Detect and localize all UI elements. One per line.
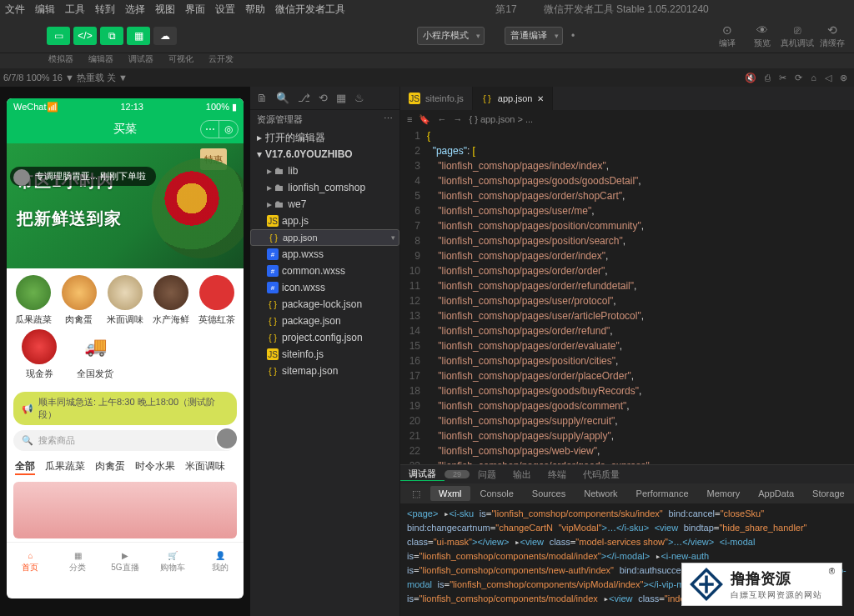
zoom-info[interactable]: 6/7/8 100% 16 ▼ 热重载 关 ▼ [3,72,128,84]
files-icon[interactable]: 🗎 [257,92,268,104]
device-icon[interactable]: ▭ [47,27,70,45]
tab-console[interactable]: Console [472,486,522,501]
tab-siteinfo[interactable]: JSsiteinfo.js [400,87,473,110]
cat-coupon[interactable]: 现金券 [22,329,57,380]
bookmark-icon[interactable]: 🔖 [419,114,430,125]
menu-view[interactable]: 视图 [155,3,175,17]
arrow-right-icon[interactable]: → [453,114,462,125]
debug-icon[interactable]: ⧉ [100,27,123,45]
cat-rice[interactable]: 米面调味 [103,275,146,326]
tab-home[interactable]: ⌂首页 [7,543,54,582]
file-sitemap-json[interactable]: { }sitemap.json [250,363,399,379]
ext-icon[interactable]: ▦ [336,92,346,104]
tab-network[interactable]: Network [575,486,625,501]
tab-meat[interactable]: 肉禽蛋 [95,459,125,475]
folder-lionfish[interactable]: ▸ 🖿 lionfish_comshop [250,179,399,196]
cat-veg[interactable]: 瓜果蔬菜 [12,275,54,326]
close-icon[interactable]: ⊗ [840,73,847,83]
tab-memory[interactable]: Memory [699,486,749,501]
product-card[interactable] [13,482,237,538]
clear-cache-button[interactable]: ⟲清缓存 [816,20,849,52]
file-app-js[interactable]: JSapp.js [250,213,399,229]
tab-all[interactable]: 全部 [15,459,35,475]
menu-settings[interactable]: 设置 [215,3,235,17]
menu-devtools[interactable]: 微信开发者工具 [275,3,345,17]
cat-tea[interactable]: 英德红茶 [196,275,239,326]
cat-seafood[interactable]: 水产海鲜 [150,275,193,326]
folder-we7[interactable]: ▸ 🖿 we7 [250,196,399,213]
service-avatar[interactable] [215,427,239,450]
menu-interface[interactable]: 界面 [185,3,205,17]
tab-rice[interactable]: 米面调味 [185,459,225,475]
print-icon[interactable]: ⎙ [765,73,771,83]
code-area[interactable]: 123456789101112131415161718192021222324 … [400,128,854,464]
menu-edit[interactable]: 编辑 [35,3,55,17]
tab-appjson[interactable]: { }app.json✕ [473,87,554,110]
more-icon[interactable]: ⋯ [201,121,219,138]
menu-tool[interactable]: 工具 [65,3,85,17]
home-icon[interactable]: ⌂ [811,73,816,83]
menu-goto[interactable]: 转到 [95,3,115,17]
mute-icon[interactable]: 🔇 [745,73,756,83]
cat-shipping[interactable]: 🚚全国发货 [77,329,113,380]
arrow-left-icon[interactable]: ← [437,114,446,125]
cloud-icon[interactable]: ☁ [153,27,177,45]
file-siteinfo-js[interactable]: JSsiteinfo.js [250,346,399,363]
preview-button[interactable]: 👁预览 [746,20,779,52]
tab-veg[interactable]: 瓜果蔬菜 [45,459,85,475]
target-icon[interactable]: ◎ [219,121,238,138]
tab-quality[interactable]: 代码质量 [575,468,628,481]
inspect-icon[interactable]: ⬚ [404,486,429,502]
list-icon[interactable]: ≡ [407,114,412,125]
notice-bar[interactable]: 📢顺丰同城急送: 上午8:30 晚上18:00（测试阶段） [13,392,237,425]
tab-cart[interactable]: 🛒购物车 [148,543,196,582]
rotate-icon[interactable]: ⟳ [795,73,802,83]
file-icon-wxss[interactable]: #icon.wxss [250,279,399,296]
tab-output[interactable]: 输出 [505,468,540,481]
code-icon[interactable]: </> [73,27,97,45]
open-editors[interactable]: ▸ 打开的编辑器 [250,129,399,146]
folder-lib[interactable]: ▸ 🖿 lib [250,163,399,179]
compile-select[interactable]: 普通编译 [505,27,563,45]
mode-select[interactable]: 小程序模式 [417,27,485,45]
tab-sources[interactable]: Sources [524,486,574,501]
tab-performance[interactable]: Performance [628,486,697,501]
hero-banner[interactable]: 特惠 市区1小时内 把新鲜送到家 [7,143,244,268]
cat-meat[interactable]: 肉禽蛋 [58,275,100,326]
file-common-wxss[interactable]: #common.wxss [250,263,399,279]
tree-root[interactable]: ▾ V17.6.0YOUZHIBO [250,146,399,163]
menu-select[interactable]: 选择 [125,3,145,17]
remote-debug-button[interactable]: ⎚真机调试 [781,20,814,52]
tab-debugger[interactable]: 调试器 [400,468,445,481]
compile-button[interactable]: ⊙编译 [711,20,744,52]
tab-me[interactable]: 👤我的 [196,543,244,582]
close-icon[interactable]: ✕ [537,94,544,103]
file-app-json[interactable]: { }app.json [250,229,399,246]
watermark-logo-icon [689,567,724,602]
fire-icon[interactable]: ♨ [354,92,364,104]
breadcrumb[interactable]: { } app.json > ... [469,114,533,124]
branch-icon[interactable]: ⎇ [298,92,310,104]
more-icon[interactable]: ⋯ [384,113,393,126]
menu-file[interactable]: 文件 [5,3,25,17]
search-icon[interactable]: 🔍 [276,92,289,104]
file-package-lock-json[interactable]: { }package-lock.json [250,296,399,313]
tab-fruit[interactable]: 时令水果 [135,459,175,475]
capsule[interactable]: ⋯◎ [200,120,239,138]
cut-icon[interactable]: ✂ [779,73,786,83]
tab-category[interactable]: ▦分类 [54,543,102,582]
tab-live[interactable]: ▶5G直播 [102,543,149,582]
tab-problems[interactable]: 问题 [470,468,505,481]
sync-icon[interactable]: ⟲ [319,92,328,104]
grid-icon[interactable]: ▦ [127,27,150,45]
search-input[interactable]: 🔍搜索商品 [13,430,237,451]
tab-wxml[interactable]: Wxml [430,486,470,501]
file-project-config-json[interactable]: { }project.config.json [250,329,399,346]
file-app-wxss[interactable]: #app.wxss [250,246,399,263]
tab-storage[interactable]: Storage [804,486,853,501]
menu-help[interactable]: 帮助 [245,3,265,17]
tab-terminal[interactable]: 终端 [540,468,575,481]
tab-appdata[interactable]: AppData [750,486,802,501]
file-package-json[interactable]: { }package.json [250,313,399,329]
back-icon[interactable]: ◁ [825,73,831,83]
